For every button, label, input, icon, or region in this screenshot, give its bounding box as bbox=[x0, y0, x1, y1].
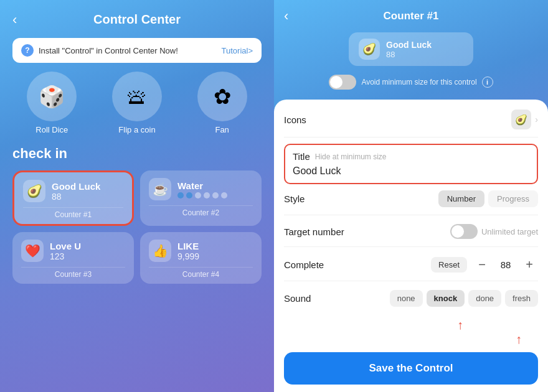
section-title: check in bbox=[12, 146, 262, 162]
complete-label: Complete bbox=[284, 259, 324, 270]
save-button[interactable]: Save the Control bbox=[284, 352, 538, 385]
reset-button[interactable]: Reset bbox=[431, 257, 467, 273]
right-back-button[interactable]: ‹ bbox=[284, 8, 288, 24]
icons-preview[interactable]: 🥑 bbox=[511, 110, 531, 129]
dot-5 bbox=[212, 192, 219, 198]
info-icon[interactable]: i bbox=[482, 77, 493, 88]
fan-item[interactable]: ✿ Fan bbox=[197, 72, 247, 134]
counter3-footer: Counter #3 bbox=[21, 267, 125, 279]
sound-buttons: none knock done fresh bbox=[390, 290, 538, 307]
counter-card-2[interactable]: ☕ Water Counter #2 bbox=[140, 170, 262, 226]
avoid-row: Avoid minimum size for this control i bbox=[329, 75, 493, 90]
install-text: Install "Control" in Control Center Now! bbox=[39, 46, 217, 55]
sound-none-btn[interactable]: none bbox=[390, 290, 423, 307]
preview-card: 🥑 Good Luck 88 bbox=[349, 32, 473, 66]
knock-arrow-row: ↑ bbox=[284, 318, 538, 332]
count-value: 88 bbox=[497, 259, 514, 270]
minus-button[interactable]: − bbox=[473, 256, 491, 273]
flip-coin-item[interactable]: 🛎 Flip a coin bbox=[112, 72, 162, 134]
preview-name: Good Luck bbox=[386, 40, 432, 50]
install-banner: ? Install "Control" in Control Center No… bbox=[12, 38, 262, 63]
counter3-name: Love U bbox=[50, 241, 81, 251]
counter2-footer: Counter #2 bbox=[149, 205, 253, 217]
sound-knock-btn[interactable]: knock bbox=[427, 290, 465, 307]
left-panel-title: Control Center bbox=[93, 12, 181, 27]
counter1-value: 88 bbox=[52, 192, 100, 202]
right-panel-title: Counter #1 bbox=[384, 10, 439, 22]
avoid-toggle[interactable] bbox=[329, 75, 356, 90]
preview-info: Good Luck 88 bbox=[386, 40, 432, 59]
style-number-btn[interactable]: Number bbox=[438, 190, 484, 207]
save-section: Save the Control ↑ bbox=[274, 347, 548, 392]
complete-setting-row: Complete Reset − 88 + bbox=[284, 256, 538, 281]
complete-controls: Reset − 88 + bbox=[431, 256, 538, 273]
style-buttons: Number Progress bbox=[438, 190, 538, 207]
target-toggle-thumb bbox=[451, 225, 464, 238]
counter3-icon: ❤️ bbox=[21, 240, 44, 262]
title-section: Title Hide at minimum size Good Luck bbox=[284, 144, 538, 184]
dot-4 bbox=[204, 192, 210, 198]
style-label: Style bbox=[284, 194, 305, 204]
counter2-info: Water bbox=[177, 180, 227, 198]
preview-count: 88 bbox=[386, 50, 432, 59]
counter2-icon: ☕ bbox=[149, 178, 171, 200]
fan-label: Fan bbox=[215, 125, 229, 134]
target-right: Unlimited target bbox=[450, 224, 538, 239]
icons-chevron: › bbox=[535, 114, 538, 124]
dot-3 bbox=[195, 192, 201, 198]
counter1-icon: 🥑 bbox=[23, 180, 45, 202]
counter1-info: Good Luck 88 bbox=[52, 181, 100, 202]
counter3-info: Love U 123 bbox=[50, 241, 81, 261]
knock-arrow-icon: ↑ bbox=[457, 318, 463, 332]
title-label: Title bbox=[293, 151, 310, 162]
flip-coin-label: Flip a coin bbox=[118, 125, 155, 134]
avoid-toggle-thumb bbox=[330, 76, 342, 88]
counter1-name: Good Luck bbox=[52, 181, 100, 192]
sound-label: Sound bbox=[284, 293, 311, 304]
sound-done-btn[interactable]: done bbox=[468, 290, 501, 307]
style-setting-row: Style Number Progress bbox=[284, 190, 538, 215]
left-header: ‹ Control Center bbox=[12, 12, 262, 27]
plus-button[interactable]: + bbox=[521, 256, 538, 273]
sound-setting-row: Sound none knock done fresh bbox=[284, 290, 538, 314]
counter4-top: 👍 LIKE 9,999 bbox=[149, 240, 253, 262]
counter4-icon: 👍 bbox=[149, 240, 171, 262]
counters-grid: 🥑 Good Luck 88 Counter #1 ☕ Water bbox=[12, 170, 262, 284]
title-value[interactable]: Good Luck bbox=[293, 166, 529, 177]
save-arrow-icon: ↑ bbox=[516, 332, 522, 347]
style-progress-btn[interactable]: Progress bbox=[488, 190, 538, 207]
left-panel: ‹ Control Center ? Install "Control" in … bbox=[0, 0, 274, 392]
dot-6 bbox=[221, 192, 227, 198]
counter2-top: ☕ Water bbox=[149, 178, 253, 200]
target-setting-row: Target number Unlimited target bbox=[284, 224, 538, 247]
target-toggle[interactable] bbox=[450, 224, 478, 239]
roll-dice-label: Roll Dice bbox=[35, 125, 68, 134]
title-hint: Hide at minimum size bbox=[315, 152, 387, 161]
unlimited-text: Unlimited target bbox=[481, 227, 538, 236]
counter-card-1[interactable]: 🥑 Good Luck 88 Counter #1 bbox=[12, 170, 134, 226]
sound-fresh-btn[interactable]: fresh bbox=[505, 290, 538, 307]
roll-dice-icon: 🎲 bbox=[27, 72, 77, 121]
right-panel: ‹ Counter #1 🥑 Good Luck 88 Avoid minimu… bbox=[274, 0, 548, 392]
left-back-button[interactable]: ‹ bbox=[12, 12, 17, 28]
counter-card-4[interactable]: 👍 LIKE 9,999 Counter #4 bbox=[140, 232, 262, 284]
counter4-footer: Counter #4 bbox=[149, 267, 253, 279]
target-label: Target number bbox=[284, 226, 344, 237]
counter2-dots bbox=[177, 192, 227, 198]
icons-row: 🎲 Roll Dice 🛎 Flip a coin ✿ Fan bbox=[12, 72, 262, 134]
dot-2 bbox=[186, 192, 192, 198]
right-header: ‹ Counter #1 bbox=[274, 10, 548, 22]
roll-dice-item[interactable]: 🎲 Roll Dice bbox=[27, 72, 77, 134]
question-icon: ? bbox=[21, 44, 34, 57]
preview-icon: 🥑 bbox=[359, 39, 380, 60]
icons-setting-row: Icons 🥑 › bbox=[284, 110, 538, 138]
dot-1 bbox=[177, 192, 184, 198]
counter3-top: ❤️ Love U 123 bbox=[21, 240, 125, 262]
title-label-row: Title Hide at minimum size bbox=[293, 151, 529, 162]
counter1-top: 🥑 Good Luck 88 bbox=[23, 180, 123, 202]
tutorial-link[interactable]: Tutorial> bbox=[222, 46, 253, 55]
avoid-label: Avoid minimum size for this control bbox=[361, 78, 476, 86]
counter-card-3[interactable]: ❤️ Love U 123 Counter #3 bbox=[12, 232, 134, 284]
fan-icon: ✿ bbox=[197, 72, 247, 121]
counter2-name: Water bbox=[177, 180, 227, 191]
